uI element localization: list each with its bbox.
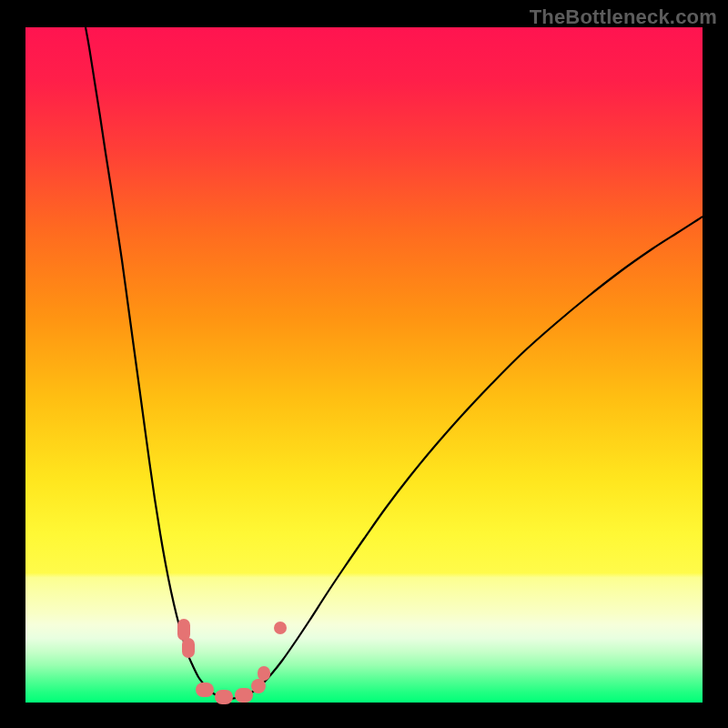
- curve-marker: [235, 688, 253, 703]
- plot-area: [25, 27, 703, 703]
- watermark-text: TheBottleneck.com: [530, 5, 717, 29]
- curve-marker: [182, 638, 195, 658]
- curve-marker: [274, 622, 287, 634]
- curve-marker: [215, 690, 233, 704]
- curve-marker: [251, 679, 266, 693]
- curve-left: [86, 27, 230, 699]
- bottleneck-curve: [25, 27, 703, 703]
- chart-frame: TheBottleneck.com: [0, 0, 728, 728]
- curve-marker: [258, 666, 270, 681]
- curve-marker: [196, 682, 214, 697]
- curve-right: [230, 217, 703, 699]
